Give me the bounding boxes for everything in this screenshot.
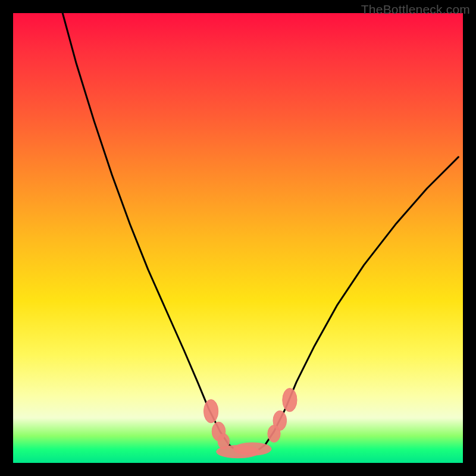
curve-marker <box>283 389 297 412</box>
watermark-text: TheBottleneck.com <box>361 2 470 17</box>
curve-markers <box>204 389 298 458</box>
curve-marker <box>273 411 287 430</box>
chart-frame: TheBottleneck.com <box>0 0 476 476</box>
bottleneck-curve <box>62 13 458 454</box>
curve-marker <box>204 399 218 422</box>
curve-marker <box>233 443 271 455</box>
plot-area <box>13 13 463 463</box>
bottleneck-curve-path <box>62 13 458 454</box>
curve-layer <box>13 13 463 463</box>
